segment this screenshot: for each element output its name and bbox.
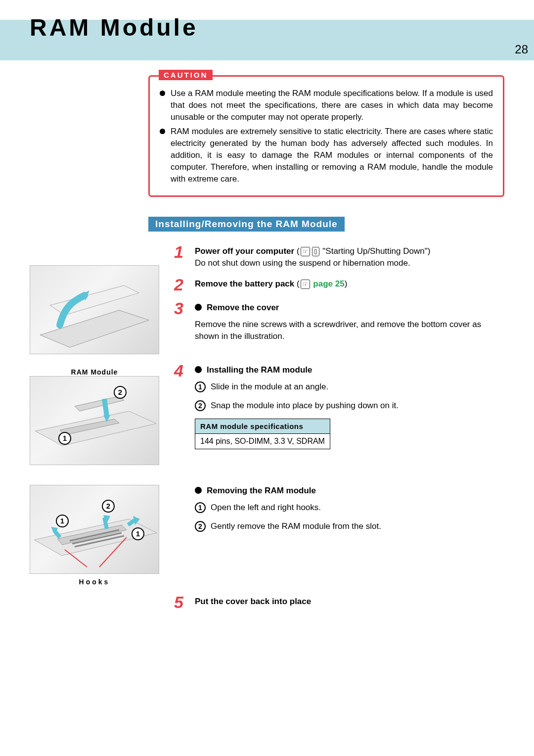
step-4-remove: 4 Removing the RAM module 1 Open the lef… — [174, 485, 504, 539]
circled-1-icon: 1 — [195, 502, 206, 513]
spec-header: RAM module specifications — [195, 419, 330, 433]
step1-body: Do not shut down using the suspend or hi… — [195, 258, 410, 268]
step-2: 2 Remove the battery pack (☞ page 25) — [174, 278, 504, 293]
page-content: CAUTION Use a RAM module meeting the RAM… — [0, 60, 534, 659]
circled-2-icon: 2 — [195, 521, 206, 532]
svg-marker-5 — [75, 396, 124, 411]
caution-list: Use a RAM module meeting the RAM module … — [160, 88, 493, 185]
figure-label-hooks: Hooks — [30, 578, 159, 586]
step-number: 2 — [174, 276, 188, 293]
step3-body: Remove the nine screws with a screwdrive… — [195, 320, 481, 341]
step1-title: Power off your computer — [195, 246, 294, 256]
svg-text:1: 1 — [136, 529, 140, 538]
svg-text:1: 1 — [63, 434, 67, 442]
book-icon: ▯ — [312, 247, 319, 256]
remove-sub2: Gently remove the RAM module from the sl… — [211, 520, 381, 532]
substep: 1 Open the left and right hooks. — [195, 502, 504, 514]
step4-title-install: Installing the RAM module — [195, 365, 312, 375]
circled-1-icon: 1 — [195, 381, 206, 392]
step-5: 5 Put the cover back into place — [174, 596, 504, 611]
caution-box: CAUTION Use a RAM module meeting the RAM… — [148, 75, 504, 197]
spec-value: 144 pins, SO-DIMM, 3.3 V, SDRAM — [195, 433, 330, 449]
caution-label: CAUTION — [159, 70, 213, 80]
step5-title: Put the cover back into place — [195, 597, 311, 606]
step-4: 4 Installing the RAM module 1 Slide in t… — [174, 364, 504, 449]
section-heading: Installing/Removing the RAM Module — [148, 217, 345, 232]
svg-text:2: 2 — [106, 502, 110, 510]
illustration-remove-ram: 1 1 2 — [30, 485, 159, 574]
step-number: 5 — [174, 594, 188, 611]
svg-text:2: 2 — [118, 388, 122, 396]
step3-title: Remove the cover — [195, 303, 279, 312]
step4-title-remove: Removing the RAM module — [195, 486, 316, 495]
install-sub1: Slide in the module at an angle. — [211, 381, 328, 393]
step-1: 1 Power off your computer (☞▯ "Starting … — [174, 245, 504, 269]
page-number: 28 — [515, 43, 528, 56]
reference-icon: ☞ — [301, 280, 310, 289]
reference-icon: ☞ — [301, 247, 310, 256]
substep: 2 Snap the module into place by pushing … — [195, 400, 504, 412]
ram-spec-table: RAM module specifications 144 pins, SO-D… — [195, 419, 330, 449]
step-number: 4 — [174, 362, 188, 449]
svg-marker-3 — [35, 411, 156, 446]
illustration-remove-cover — [30, 265, 159, 354]
step-3: 3 Remove the cover Remove the nine screw… — [174, 302, 504, 342]
caution-item: Use a RAM module meeting the RAM module … — [160, 88, 493, 123]
illustration-install-ram: 2 1 — [30, 376, 159, 465]
circled-2-icon: 2 — [195, 400, 206, 411]
caution-item: RAM modules are extremely sensitive to s… — [160, 126, 493, 185]
figure-label-ram: RAM Module — [30, 368, 159, 376]
step-number: 1 — [174, 243, 188, 269]
step-number: 3 — [174, 300, 188, 342]
substep: 2 Gently remove the RAM module from the … — [195, 520, 504, 532]
header-band: RAM Module 28 — [0, 20, 534, 60]
substep: 1 Slide in the module at an angle. — [195, 381, 504, 393]
svg-marker-0 — [40, 310, 149, 347]
remove-sub1: Open the left and right hooks. — [211, 502, 321, 514]
page-ref-link[interactable]: page 25 — [311, 279, 345, 288]
install-sub2: Snap the module into place by pushing do… — [211, 400, 399, 412]
step1-ref: "Starting Up/Shutting Down" — [322, 246, 427, 256]
svg-text:1: 1 — [60, 517, 64, 525]
page-title: RAM Module — [30, 14, 198, 41]
step2-title: Remove the battery pack — [195, 279, 294, 288]
